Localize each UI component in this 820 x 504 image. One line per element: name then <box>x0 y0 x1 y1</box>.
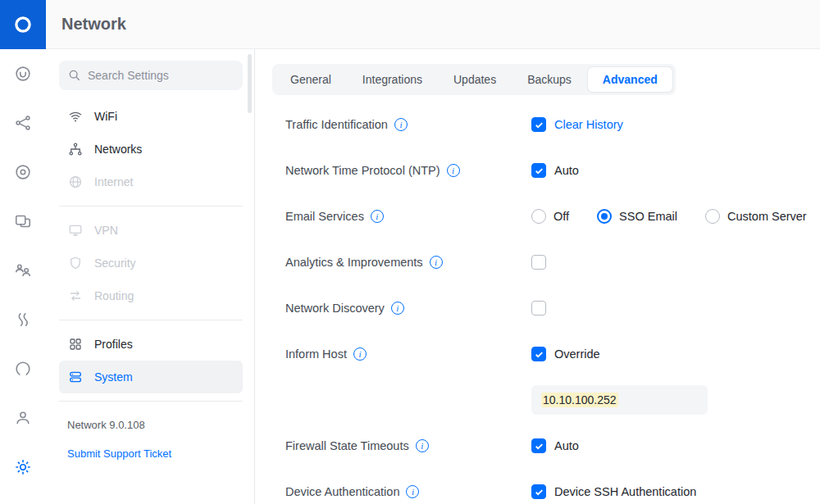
sidebar-divider <box>59 320 243 320</box>
row-inform-host: Inform Host i Override <box>285 331 807 377</box>
setting-label: Firewall State Timeouts <box>285 439 409 452</box>
setting-label: Inform Host <box>285 347 347 361</box>
tab-backups[interactable]: Backups <box>512 67 586 92</box>
tab-advanced[interactable]: Advanced <box>588 67 672 92</box>
radio-icon <box>531 209 546 224</box>
sidebar-divider <box>59 401 243 402</box>
info-icon[interactable]: i <box>394 118 408 131</box>
email-custom-server-radio[interactable]: Custom Server <box>705 209 807 224</box>
clear-history-link[interactable]: Clear History <box>554 118 623 131</box>
firewall-timeouts-auto-checkbox[interactable] <box>531 438 546 453</box>
radio-icon <box>705 209 720 224</box>
routing-icon <box>67 288 84 304</box>
sidebar-scrollbar[interactable] <box>248 54 252 113</box>
info-icon[interactable]: i <box>406 485 419 498</box>
info-icon[interactable]: i <box>430 256 443 269</box>
setting-label: Traffic Identification <box>285 118 388 131</box>
setting-label: Analytics & Improvements <box>285 256 423 269</box>
analytics-checkbox[interactable] <box>531 255 546 270</box>
radio-label: Custom Server <box>727 210 807 223</box>
app-rail <box>0 49 46 504</box>
radio-label: SSO Email <box>619 210 677 223</box>
sidebar-divider <box>59 206 243 207</box>
row-traffic-identification: Traffic Identification i Clear History <box>285 102 807 148</box>
sidebar-item-internet[interactable]: Internet <box>59 166 243 198</box>
page-title: Network <box>61 15 126 34</box>
checkbox-label: Auto <box>554 164 579 177</box>
traffic-identification-checkbox[interactable] <box>531 117 546 132</box>
sidebar-item-label: Security <box>94 257 136 270</box>
sidebar-item-label: Routing <box>94 289 134 302</box>
tab-general[interactable]: General <box>276 67 346 92</box>
setting-label: Email Services <box>285 210 364 223</box>
advanced-settings-rows: Traffic Identification i Clear History N… <box>272 102 807 504</box>
vpn-icon <box>67 222 84 238</box>
shield-icon <box>67 255 84 271</box>
setting-label: Network Discovery <box>285 302 385 315</box>
checkbox-label: Device SSH Authentication <box>554 485 696 498</box>
sidebar-item-label: Internet <box>94 175 133 188</box>
sidebar-item-profiles[interactable]: Profiles <box>59 328 243 361</box>
internet-icon <box>67 174 84 190</box>
console-icon[interactable] <box>0 197 46 246</box>
checkbox-label: Auto <box>554 439 579 452</box>
email-off-radio[interactable]: Off <box>531 209 569 224</box>
device-ssh-auth-checkbox[interactable] <box>531 484 546 499</box>
info-icon[interactable]: i <box>371 210 384 223</box>
email-sso-radio[interactable]: SSO Email <box>597 209 677 224</box>
system-icon <box>67 369 84 385</box>
ntp-auto-checkbox[interactable] <box>531 163 546 178</box>
settings-sidebar: WiFi Networks Internet <box>46 49 255 504</box>
sidebar-item-vpn[interactable]: VPN <box>59 214 243 247</box>
inform-host-input[interactable]: 10.10.100.252 <box>531 385 708 415</box>
sidebar-item-label: System <box>94 370 133 384</box>
sidebar-item-security[interactable]: Security <box>59 247 243 279</box>
network-discovery-checkbox[interactable] <box>531 301 546 316</box>
row-device-authentication: Device Authentication i Device SSH Authe… <box>285 469 807 504</box>
sidebar-item-wifi[interactable]: WiFi <box>59 100 243 133</box>
tab-updates[interactable]: Updates <box>439 67 511 92</box>
inform-host-value: 10.10.100.252 <box>541 393 618 407</box>
clients-icon[interactable] <box>0 246 46 295</box>
inform-host-override-checkbox[interactable] <box>531 347 546 361</box>
sidebar-item-system[interactable]: System <box>59 361 243 393</box>
row-email-services: Email Services i Off SSO Email Custom Se… <box>285 193 807 239</box>
insights-icon[interactable] <box>0 295 46 344</box>
dashboard-icon[interactable] <box>0 49 46 98</box>
app-version: Network 9.0.108 <box>59 409 243 431</box>
unifi-logo[interactable] <box>0 0 46 49</box>
networks-icon <box>67 141 84 157</box>
setting-label: Network Time Protocol (NTP) <box>285 164 440 177</box>
tab-integrations[interactable]: Integrations <box>348 67 437 92</box>
sidebar-item-label: Networks <box>94 143 142 156</box>
network-app-window: Network <box>0 0 820 504</box>
search-icon <box>68 69 81 82</box>
system-settings-panel: General Integrations Updates Backups Adv… <box>256 49 820 504</box>
admins-icon[interactable] <box>0 393 46 443</box>
topology-icon[interactable] <box>0 98 46 148</box>
sidebar-item-routing[interactable]: Routing <box>59 279 243 312</box>
search-box[interactable] <box>59 61 243 90</box>
row-inform-host-value: 10.10.100.252 <box>285 377 807 423</box>
submit-support-ticket-link[interactable]: Submit Support Ticket <box>59 431 243 460</box>
info-icon[interactable]: i <box>416 439 429 452</box>
search-input[interactable] <box>88 69 234 82</box>
checkbox-label: Override <box>554 347 600 361</box>
info-icon[interactable]: i <box>391 302 404 315</box>
sidebar-item-label: WiFi <box>94 110 117 123</box>
setting-label: Device Authentication <box>285 485 399 498</box>
row-network-discovery: Network Discovery i <box>285 285 807 331</box>
unifi-devices-icon[interactable] <box>0 148 46 197</box>
row-analytics: Analytics & Improvements i <box>285 239 807 285</box>
info-icon[interactable]: i <box>447 164 460 177</box>
notifications-icon[interactable] <box>0 344 46 393</box>
sidebar-item-label: VPN <box>94 224 118 237</box>
radio-label: Off <box>554 210 569 223</box>
sidebar-item-networks[interactable]: Networks <box>59 133 243 166</box>
sidebar-item-label: Profiles <box>94 338 133 351</box>
info-icon[interactable]: i <box>353 347 367 361</box>
row-firewall-state-timeouts: Firewall State Timeouts i Auto <box>285 423 807 469</box>
wifi-icon <box>67 108 84 125</box>
radio-icon <box>597 209 612 224</box>
settings-icon[interactable] <box>0 443 46 492</box>
